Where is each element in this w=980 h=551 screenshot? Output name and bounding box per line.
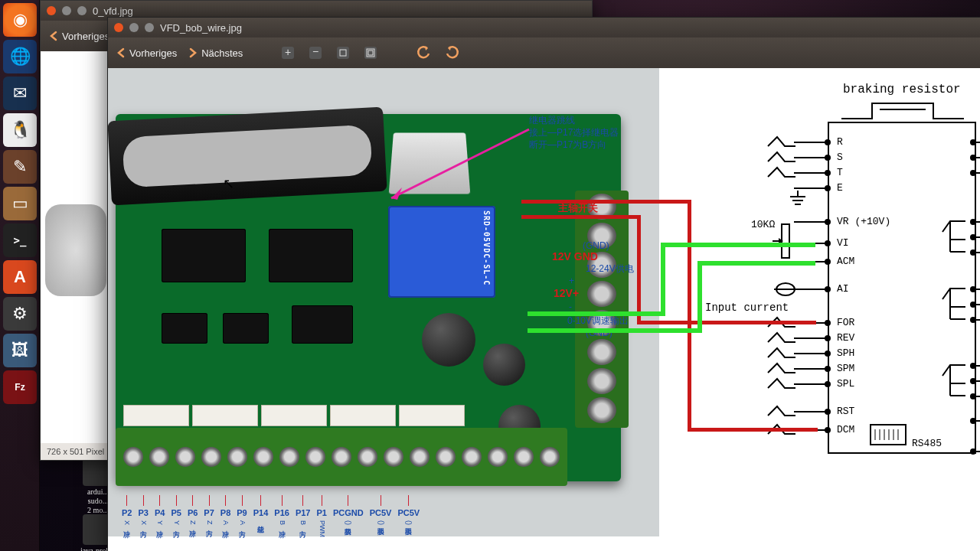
ic-chip	[292, 305, 353, 344]
terminal-label: T	[837, 168, 843, 178]
firefox-icon[interactable]: 🌐	[3, 40, 37, 73]
settings-icon[interactable]: ⚙	[3, 297, 37, 331]
pin-label: PC5V(共阳极)	[397, 495, 420, 537]
pin-header	[123, 405, 189, 426]
pin-label: P7Z方向	[204, 495, 214, 537]
wire-green	[697, 261, 702, 333]
pin-label: P8A脉冲	[220, 495, 230, 537]
image-dimensions: 726 x 501 Pixel	[47, 447, 104, 456]
wire-green	[661, 243, 665, 316]
terminal-label: SPL	[837, 379, 854, 389]
relay-label: SRD-05VDC-SL-C	[393, 210, 491, 285]
label-12v-gnd: 12V GND	[552, 250, 598, 262]
terminal-label: DCM	[837, 425, 854, 435]
maximize-icon[interactable]	[77, 6, 87, 15]
label-pot: 10KΩ	[751, 220, 775, 230]
tux-icon[interactable]: 🐧	[3, 113, 37, 147]
db25-connector	[107, 107, 387, 206]
wire-green	[528, 311, 665, 316]
close-icon[interactable]	[47, 6, 56, 15]
pin-header	[399, 405, 465, 426]
wire-red	[688, 200, 691, 431]
pin-label: PC5V(共阳极)	[370, 495, 392, 537]
titlebar-vfd[interactable]: VFD_bob_wire.jpg	[108, 18, 980, 37]
window-vfd-bob-wire: VFD_bob_wire.jpg Vorheriges Nächstes + −…	[107, 17, 980, 551]
zoom-fit-icon[interactable]	[335, 44, 351, 61]
terminal-label: FOR	[837, 318, 854, 328]
wire-red	[637, 321, 816, 324]
schematic-title: braking resistor	[843, 83, 961, 96]
zoom-in-icon[interactable]: +	[279, 44, 296, 61]
bob-photo: SRD-05VDC-SL-C	[108, 68, 659, 536]
pin-label: P14总使能	[253, 495, 269, 537]
svg-line-9	[391, 129, 529, 198]
pin-label: P16B脉冲	[274, 495, 289, 537]
label-12v-plus: 12V+	[554, 287, 579, 299]
prev-button[interactable]: Vorheriges	[116, 47, 177, 59]
pin-label: PCGND(共阴极)	[333, 495, 364, 537]
capacitor	[483, 344, 525, 386]
terminal-label: AI	[837, 284, 849, 294]
terminal-label: E	[837, 183, 843, 193]
terminal-label: S	[837, 152, 843, 162]
dash-icon[interactable]: ◉	[3, 3, 37, 37]
rotate-right-icon[interactable]	[443, 44, 460, 61]
wire-green	[661, 243, 815, 247]
label-input-current: Input current	[705, 302, 789, 313]
image-viewer-icon[interactable]: 🖼	[3, 334, 37, 367]
zoom-out-icon[interactable]: −	[307, 44, 324, 61]
terminal-label: R	[837, 137, 843, 147]
thunderbird-icon[interactable]: ✉	[3, 77, 37, 110]
ic-chip	[223, 313, 269, 344]
terminal-icon[interactable]: >_	[3, 223, 37, 257]
svg-rect-6	[364, 47, 377, 59]
ic-chip	[269, 229, 353, 282]
mouse-cursor: ↖	[223, 175, 234, 192]
minimize-icon[interactable]	[129, 23, 139, 32]
ic-chip	[162, 229, 246, 282]
wire-red	[688, 428, 818, 432]
svg-text:−: −	[312, 45, 318, 57]
pin-label: P4Y脉冲	[155, 495, 165, 537]
minimize-icon[interactable]	[62, 6, 71, 15]
maximize-icon[interactable]	[145, 23, 154, 32]
files-icon[interactable]: ▭	[3, 187, 37, 220]
relay: SRD-05VDC-SL-C	[388, 206, 495, 298]
terminal-label: VI	[837, 238, 849, 248]
wire-green	[528, 328, 702, 333]
zoom-100-icon[interactable]	[362, 44, 379, 61]
software-center-icon[interactable]: A	[3, 260, 37, 294]
pin-header	[192, 405, 258, 426]
label-plus: +	[569, 275, 574, 287]
toolbar-vfd: Vorheriges Nächstes + −	[108, 37, 980, 69]
image-canvas-vfd[interactable]: SRD-05VDC-SL-C	[108, 68, 980, 535]
pin-header	[261, 405, 327, 426]
wire-red	[521, 200, 691, 204]
terminal-block-bottom	[116, 428, 567, 486]
terminal-label: ACM	[837, 256, 854, 266]
terminal-label: RST	[837, 406, 854, 416]
rotate-left-icon[interactable]	[416, 44, 433, 61]
pin-label: P6Z脉冲	[188, 495, 198, 537]
next-button[interactable]: Nächstes	[188, 47, 243, 59]
editor-icon[interactable]: ✎	[3, 150, 37, 184]
window-title: 0_vfd.jpg	[93, 5, 133, 17]
wire-green	[697, 261, 815, 266]
filezilla-icon[interactable]: Fz	[3, 370, 37, 404]
close-icon[interactable]	[114, 23, 123, 32]
prev-button[interactable]: Vorheriges	[48, 31, 109, 42]
pin-labels: P2X脉冲P3X方向P4Y脉冲P5Y方向P6Z脉冲P7Z方向P8A脉冲P9A方向…	[122, 495, 420, 537]
label-rs485: RS485	[912, 439, 942, 448]
jumper-note: 继电器跳线 接上—P17选择继电器 断开—P17为B方向	[529, 114, 619, 151]
rj45-icon	[866, 420, 912, 451]
label-12-24v: 12-24V供电	[586, 262, 634, 275]
terminal-label: SPM	[837, 364, 854, 373]
label-0-10v: 0-10V调速输出	[567, 315, 629, 327]
wire-red	[637, 215, 641, 324]
svg-text:+: +	[285, 46, 291, 58]
unity-launcher: ◉ 🌐 ✉ 🐧 ✎ ▭ >_ A ⚙ 🖼 Fz	[0, 0, 40, 551]
pin-label: P1PWM	[316, 495, 326, 537]
terminal-label: SPH	[837, 348, 854, 358]
terminal-label: VR (+10V)	[837, 217, 890, 227]
pcb: SRD-05VDC-SL-C	[116, 114, 621, 481]
